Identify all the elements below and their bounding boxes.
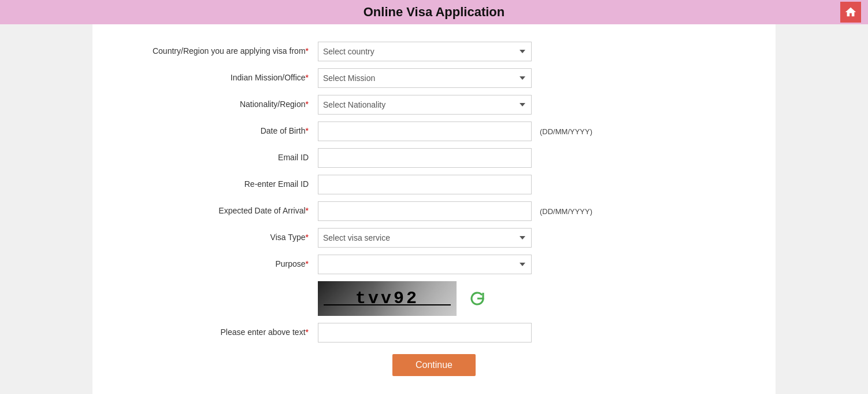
purpose-required: *	[306, 259, 309, 268]
refresh-button[interactable]	[467, 288, 488, 309]
captcha-image-row: tvv92	[104, 281, 764, 316]
captcha-line	[324, 304, 451, 305]
continue-row: Continue	[104, 354, 764, 376]
nationality-label: Nationality/Region*	[104, 99, 318, 111]
email-input[interactable]	[318, 148, 532, 168]
form-container: Country/Region you are applying visa fro…	[92, 36, 776, 382]
captcha-input-row: Please enter above text*	[104, 323, 764, 343]
main-content: Country/Region you are applying visa fro…	[92, 24, 776, 394]
captcha-input[interactable]	[318, 323, 532, 343]
country-label: Country/Region you are applying visa fro…	[104, 46, 318, 57]
dob-input[interactable]	[318, 121, 532, 141]
continue-button[interactable]: Continue	[392, 354, 476, 376]
country-row: Country/Region you are applying visa fro…	[104, 42, 764, 61]
mission-label: Indian Mission/Office*	[104, 72, 318, 84]
mission-select[interactable]: Select Mission	[318, 68, 532, 88]
visatype-label: Visa Type*	[104, 232, 318, 244]
purpose-label: Purpose*	[104, 259, 318, 270]
arrival-row: Expected Date of Arrival* (DD/MM/YYYY)	[104, 201, 764, 221]
email-row: Email ID	[104, 148, 764, 168]
visatype-row: Visa Type* Select visa service	[104, 228, 764, 248]
purpose-row: Purpose*	[104, 255, 764, 274]
nationality-required: *	[306, 100, 309, 109]
header-bar: Online Visa Application	[0, 0, 868, 24]
visatype-select[interactable]: Select visa service	[318, 228, 532, 248]
arrival-input[interactable]	[318, 201, 532, 221]
captcha-image: tvv92	[318, 281, 457, 316]
arrival-hint: (DD/MM/YYYY)	[540, 207, 592, 216]
visatype-required: *	[306, 233, 309, 242]
country-required: *	[306, 46, 309, 56]
reemail-label: Re-enter Email ID	[104, 179, 318, 190]
purpose-select[interactable]	[318, 255, 532, 274]
arrival-label: Expected Date of Arrival*	[104, 205, 318, 217]
nationality-row: Nationality/Region* Select Nationality	[104, 95, 764, 115]
country-select[interactable]: Select country	[318, 42, 532, 61]
nationality-select[interactable]: Select Nationality	[318, 95, 532, 115]
arrival-required: *	[306, 206, 309, 215]
reemail-input[interactable]	[318, 175, 532, 194]
captcha-required: *	[306, 327, 309, 337]
mission-required: *	[306, 73, 309, 82]
dob-label: Date of Birth*	[104, 126, 318, 137]
reemail-row: Re-enter Email ID	[104, 175, 764, 194]
mission-row: Indian Mission/Office* Select Mission	[104, 68, 764, 88]
email-label: Email ID	[104, 152, 318, 164]
dob-row: Date of Birth* (DD/MM/YYYY)	[104, 121, 764, 141]
dob-hint: (DD/MM/YYYY)	[540, 127, 592, 136]
captcha-label: Please enter above text*	[104, 327, 318, 338]
header-title: Online Visa Application	[363, 5, 505, 20]
home-icon[interactable]	[840, 2, 861, 23]
dob-required: *	[306, 126, 309, 135]
